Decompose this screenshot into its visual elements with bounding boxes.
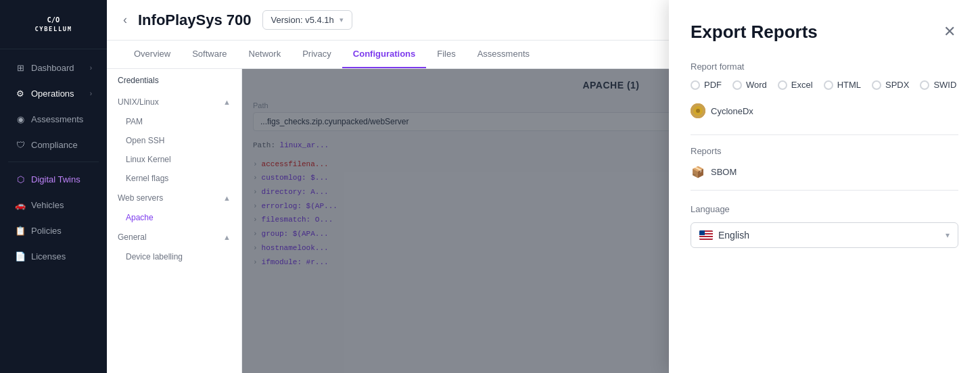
chevron-icon: › (90, 64, 92, 72)
left-panel: Credentials UNIX/Linux ▲ PAM Open SSH Li… (107, 69, 242, 373)
operations-icon: ⚙ (15, 88, 26, 99)
pam-item[interactable]: PAM (107, 112, 241, 131)
sidebar: C/O CYBELLUM ⊞ Dashboard › ⚙ Operations … (0, 0, 107, 373)
flag-icon (699, 230, 713, 240)
separator-2 (691, 190, 958, 191)
tab-overview[interactable]: Overview (123, 41, 181, 68)
radio-swid (920, 80, 929, 90)
sidebar-item-licenses[interactable]: 📄 Licenses (4, 244, 103, 268)
language-section: Language English ▾ (691, 204, 958, 248)
svg-text:CYBELLUM: CYBELLUM (34, 26, 72, 32)
tab-privacy[interactable]: Privacy (291, 41, 342, 68)
version-chevron-icon: ▾ (340, 16, 344, 24)
sidebar-item-label: Licenses (31, 251, 66, 262)
close-button[interactable]: ✕ (941, 22, 958, 42)
assessments-icon: ◉ (15, 114, 26, 124)
language-dropdown[interactable]: English ▾ (691, 222, 958, 248)
swid-label: SWID (933, 80, 956, 90)
sidebar-divider (8, 161, 99, 162)
sidebar-item-dashboard[interactable]: ⊞ Dashboard › (4, 55, 103, 80)
tab-files[interactable]: Files (426, 41, 466, 68)
page-title: InfoPlaySys 700 (138, 11, 252, 29)
linux-kernel-item[interactable]: Linux Kernel (107, 150, 241, 169)
radio-spdx (872, 80, 881, 90)
web-servers-item[interactable]: Web servers ▲ (107, 188, 241, 208)
sbom-option[interactable]: 📦 SBOM (691, 164, 958, 179)
digital-twins-icon: ⬡ (15, 174, 26, 184)
spdx-label: SPDX (885, 80, 909, 90)
unix-linux-label: UNIX/Linux (118, 97, 159, 107)
cyclonedx-icon (691, 103, 705, 118)
cyclonedx-label: CycloneDx (711, 106, 753, 116)
sidebar-item-label: Policies (31, 226, 62, 236)
radio-word (732, 80, 742, 90)
radio-pdf (691, 80, 700, 90)
policies-icon: 📋 (15, 225, 26, 236)
format-options: PDF Word Excel HTML SPDX SWID (691, 80, 958, 90)
cyclonedx-option[interactable]: CycloneDx (691, 103, 958, 118)
report-format-label: Report format (691, 61, 958, 72)
language-label: Language (691, 204, 958, 214)
sbom-label: SBOM (711, 167, 737, 177)
svg-text:C/O: C/O (47, 16, 60, 24)
tab-software[interactable]: Software (181, 41, 237, 68)
format-pdf[interactable]: PDF (691, 80, 722, 90)
sidebar-item-operations[interactable]: ⚙ Operations › (4, 81, 103, 105)
radio-excel (778, 80, 787, 90)
dashboard-icon: ⊞ (15, 62, 26, 73)
format-word[interactable]: Word (732, 80, 767, 90)
sidebar-item-label: Digital Twins (31, 174, 80, 184)
sidebar-item-label: Dashboard (31, 63, 74, 73)
open-ssh-item[interactable]: Open SSH (107, 131, 241, 150)
licenses-icon: 📄 (15, 251, 26, 262)
vehicles-icon: 🚗 (15, 199, 26, 210)
svg-point-4 (696, 109, 700, 113)
credentials-header: Credentials (107, 69, 241, 92)
format-html[interactable]: HTML (824, 80, 861, 90)
radio-html (824, 80, 833, 90)
collapse-icon: ▲ (223, 98, 231, 106)
sidebar-item-assessments[interactable]: ◉ Assessments (4, 107, 103, 131)
general-item[interactable]: General ▲ (107, 227, 241, 247)
sidebar-item-label: Operations (31, 89, 74, 99)
sidebar-item-label: Assessments (31, 114, 83, 124)
sidebar-item-label: Vehicles (31, 200, 64, 210)
chevron-icon: › (90, 90, 92, 97)
export-header: Export Reports ✕ (691, 22, 958, 43)
web-servers-label: Web servers (118, 193, 163, 203)
collapse-icon: ▲ (223, 194, 231, 202)
tab-network[interactable]: Network (238, 41, 292, 68)
reports-label: Reports (691, 146, 958, 156)
tab-configurations[interactable]: Configurations (342, 41, 426, 68)
apache-item[interactable]: Apache (107, 208, 241, 227)
language-value: English (718, 230, 749, 241)
sidebar-item-label: Compliance (31, 140, 78, 150)
language-left: English (699, 230, 749, 241)
export-title: Export Reports (691, 22, 818, 43)
kernel-flags-item[interactable]: Kernel flags (107, 169, 241, 188)
sidebar-item-policies[interactable]: 📋 Policies (4, 218, 103, 243)
export-panel: Export Reports ✕ Report format PDF Word … (669, 0, 980, 373)
general-label: General (118, 232, 147, 242)
format-spdx[interactable]: SPDX (872, 80, 909, 90)
version-label: Version: v5.4.1h (271, 15, 334, 25)
compliance-icon: 🛡 (15, 139, 26, 150)
language-chevron-icon: ▾ (946, 230, 950, 240)
device-labelling-item[interactable]: Device labelling (107, 247, 241, 266)
word-label: Word (746, 80, 767, 90)
html-label: HTML (837, 80, 861, 90)
sidebar-item-compliance[interactable]: 🛡 Compliance (4, 132, 103, 157)
logo: C/O CYBELLUM (0, 0, 107, 49)
unix-linux-item[interactable]: UNIX/Linux ▲ (107, 92, 241, 112)
sidebar-item-digital-twins[interactable]: ⬡ Digital Twins (4, 167, 103, 191)
version-selector[interactable]: Version: v5.4.1h ▾ (262, 10, 352, 30)
tab-assessments[interactable]: Assessments (467, 41, 540, 68)
back-button[interactable]: ‹ (123, 13, 127, 27)
separator (691, 134, 958, 135)
collapse-icon: ▲ (223, 233, 231, 241)
sidebar-item-vehicles[interactable]: 🚗 Vehicles (4, 193, 103, 217)
pdf-label: PDF (704, 80, 722, 90)
format-excel[interactable]: Excel (778, 80, 813, 90)
sbom-icon: 📦 (691, 164, 705, 179)
format-swid[interactable]: SWID (920, 80, 956, 90)
